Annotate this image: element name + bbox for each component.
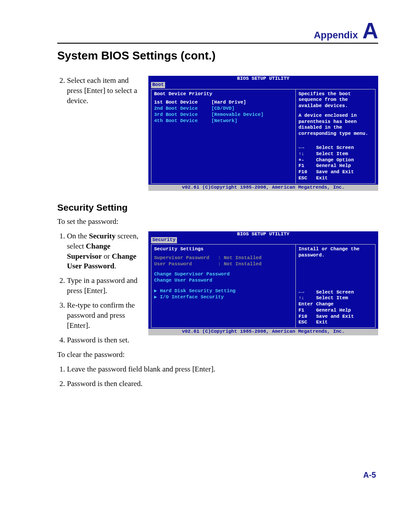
bios-footer: v02.61 (C)Copyright 1985-2006, American … [148, 185, 378, 191]
appendix-letter: A [362, 20, 378, 42]
io-security-submenu: I/O Interface Security [154, 294, 293, 301]
clear-step-1: Leave the password field blank and press… [67, 364, 378, 375]
bios-help-panel-2: Install or Change the password. ←→Select… [295, 244, 376, 328]
bios-help-panel: Specifies the boot sequence from the ava… [295, 89, 376, 184]
security-heading: Security Setting [57, 201, 378, 214]
security-step-1: On the Security screen, select Change Su… [67, 231, 143, 272]
bios-title: BIOS SETUP UTILITY [148, 76, 378, 82]
clear-steps: Leave the password field blank and press… [57, 364, 378, 389]
clear-step-2: Password is then cleared. [67, 379, 378, 389]
supervisor-pw-status: Supervisor Password: Not Installed [154, 255, 293, 261]
bios-help-text-2: A device enclosed in parenthesis has bee… [298, 113, 372, 137]
boot-step-2: Select each item and press [Enter] to se… [67, 76, 143, 106]
user-pw-status: User Password: Not Installed [154, 261, 293, 268]
hd-security-submenu: Hard Disk Security Setting [154, 288, 293, 294]
bios-tab-boot: Boot [151, 82, 165, 88]
bios-help-text-3: Install or Change the password. [298, 246, 372, 259]
bios-tab-security: Security [151, 237, 177, 243]
boot-device-3: 3rd Boot Device[Removable Device] [154, 112, 293, 118]
bios-footer-2: v02.61 (C)Copyright 1985-2006, American … [148, 329, 378, 335]
appendix-label: Appendix [314, 29, 358, 42]
boot-device-1: 1st Boot Device[Hard Drive] [154, 100, 293, 106]
boot-steps: Select each item and press [Enter] to se… [57, 76, 143, 106]
clear-intro: To clear the password: [57, 350, 143, 360]
bios-security-screenshot: BIOS SETUP UTILITY Security Security Set… [148, 231, 378, 335]
bios-boot-screenshot: BIOS SETUP UTILITY Boot Boot Device Prio… [148, 76, 378, 191]
bios-key-hints: ←→Select Screen ↑↓Select Item +-Change O… [298, 145, 372, 182]
bios-main-panel: Boot Device Priority 1st Boot Device[Har… [151, 89, 295, 184]
security-step-4: Password is then set. [67, 335, 143, 346]
bios-title-2: BIOS SETUP UTILITY [148, 231, 378, 238]
page-header: Appendix A [57, 20, 378, 44]
bios-tabs-2: Security [148, 237, 378, 244]
bios-main-panel-2: Security Settings Supervisor Password: N… [151, 244, 295, 328]
bios-section-heading-2: Security Settings [154, 246, 293, 253]
change-user-pw: Change User Password [154, 278, 293, 284]
security-steps: On the Security screen, select Change Su… [57, 231, 143, 346]
security-step-3: Re-type to confirm the password and pres… [67, 301, 143, 331]
bios-tabs: Boot [148, 82, 378, 89]
bios-help-text-1: Specifies the boot sequence from the ava… [298, 91, 372, 109]
security-step-2: Type in a password and press [Enter]. [67, 276, 143, 296]
security-intro: To set the password: [57, 217, 378, 227]
boot-device-4: 4th Boot Device[Network] [154, 118, 293, 124]
change-supervisor-pw: Change Supervisor Password [154, 271, 293, 278]
bios-key-hints-2: ←→Select Screen ↑↓Select Item EnterChang… [298, 290, 372, 326]
page-number: A-5 [363, 470, 376, 480]
boot-device-2: 2nd Boot Device[CD/DVD] [154, 106, 293, 112]
page-title: System BIOS Settings (cont.) [57, 48, 378, 63]
bios-section-heading: Boot Device Priority [154, 91, 293, 97]
